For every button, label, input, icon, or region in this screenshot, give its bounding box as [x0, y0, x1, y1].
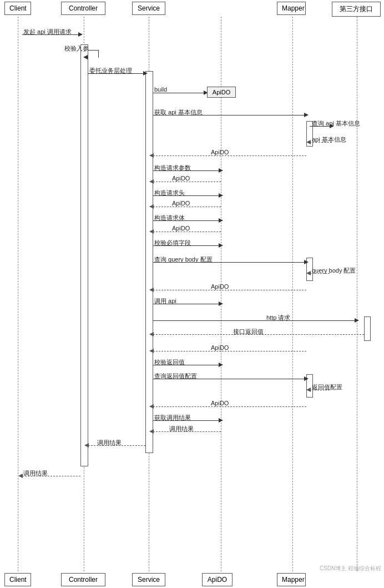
- label-11: 构造请求头: [154, 189, 185, 197]
- activation-controller: [80, 44, 88, 466]
- label-21: 接口返回值: [233, 328, 264, 336]
- arrowhead-29: [84, 443, 89, 448]
- actor-client-top: Client: [4, 2, 31, 15]
- label-3: 委托业务层处理: [89, 67, 132, 75]
- actor-third-top: 第三方接口: [332, 2, 381, 17]
- lifeline-client: [18, 17, 18, 571]
- arrowhead-18: [149, 288, 154, 292]
- apido-object: ApiDO: [207, 87, 236, 98]
- actor-service-bottom: Service: [132, 573, 165, 586]
- actor-client-bottom: Client: [4, 573, 31, 586]
- actor-service-top: Service: [132, 2, 165, 15]
- arrowhead-23: [219, 363, 223, 367]
- lifeline-apido: [221, 17, 221, 571]
- lifeline-mapper: [292, 17, 293, 571]
- arrow-14: [153, 232, 221, 232]
- arrow-12: [153, 207, 221, 207]
- label-5: 获取 api 基本信息: [154, 108, 203, 117]
- arrow-20: [153, 320, 357, 321]
- activation-third: [364, 316, 371, 341]
- label-15: 校验必填字段: [154, 239, 191, 247]
- label-26: ApiDO: [211, 400, 229, 406]
- label-9: 构造请求参数: [154, 164, 191, 172]
- arrow-4: [153, 93, 206, 93]
- label-17: query body 配置: [312, 267, 356, 275]
- arrow-18: [153, 290, 306, 290]
- arrow-26: [153, 406, 306, 407]
- arrowhead-27: [219, 418, 223, 423]
- arrow-22: [153, 351, 306, 351]
- arrowhead-25: [306, 388, 311, 392]
- arrowhead-12: [149, 204, 154, 209]
- arrowhead-17: [306, 271, 311, 275]
- label-4: build: [154, 86, 167, 93]
- sequence-diagram: Client Controller Service Mapper 第三方接口 发…: [0, 0, 384, 588]
- actor-apido-bottom: ApiDO: [202, 573, 233, 586]
- actor-controller-top: Controller: [61, 2, 105, 15]
- actor-mapper-top: Mapper: [277, 2, 306, 15]
- arrowhead-26: [149, 404, 154, 409]
- arrowhead-7: [306, 140, 311, 144]
- label-24: 查询返回值配置: [154, 372, 197, 380]
- arrowhead-5: [304, 113, 309, 117]
- label-29: 调用结果: [97, 439, 122, 447]
- arrowhead-30: [18, 474, 23, 478]
- label-27: 获取调用结果: [154, 414, 191, 422]
- label-28: 调用结果: [169, 425, 194, 433]
- label-22: ApiDO: [211, 344, 229, 351]
- arrow-8: [153, 155, 306, 156]
- self-arrow-controller: [88, 50, 99, 58]
- arrowhead-3: [143, 71, 148, 76]
- label-12: ApiDO: [172, 200, 190, 207]
- arrowhead-15: [219, 243, 223, 248]
- arrowhead-8: [149, 153, 154, 158]
- arrowhead-9: [219, 168, 223, 173]
- label-23: 校验返回值: [154, 358, 185, 366]
- label-20: http 请求: [266, 314, 290, 322]
- label-10: ApiDO: [172, 175, 190, 182]
- label-6: 查询 api 基本信息: [312, 119, 360, 128]
- arrowhead-16: [304, 260, 309, 264]
- label-16: 查询 query body 配置: [154, 255, 213, 264]
- lifeline-third: [357, 17, 357, 571]
- arrowhead-21: [149, 332, 154, 336]
- arrow-10: [153, 182, 221, 182]
- label-7: api 基本信息: [312, 135, 346, 144]
- arrowhead-13: [219, 218, 223, 223]
- arrowhead-14: [149, 229, 154, 234]
- label-13: 构造请求体: [154, 214, 185, 222]
- arrowhead-20: [355, 318, 359, 323]
- label-30: 调用结果: [23, 469, 48, 478]
- label-2: 校验入参: [64, 44, 89, 53]
- label-8: ApiDO: [211, 149, 229, 155]
- label-14: ApiDO: [172, 225, 190, 232]
- label-25: 返回值配置: [312, 383, 342, 391]
- arrowhead-1: [78, 32, 83, 37]
- arrowhead-22: [149, 349, 154, 353]
- arrowhead-19: [219, 301, 223, 306]
- activation-service: [145, 71, 153, 453]
- arrowhead-28: [149, 429, 154, 434]
- label-1: 发起 api 调用请求: [23, 28, 72, 36]
- watermark: CSDN博主 程编综合标程: [320, 565, 381, 572]
- label-19: 调用 api: [154, 297, 176, 305]
- label-18: ApiDO: [211, 283, 229, 290]
- actor-mapper-bottom: Mapper: [277, 573, 306, 586]
- arrowhead-10: [149, 179, 154, 184]
- arrowhead-2: [83, 55, 88, 59]
- arrowhead-24: [304, 376, 309, 381]
- arrowhead-11: [219, 193, 223, 198]
- actor-controller-bottom: Controller: [61, 573, 105, 586]
